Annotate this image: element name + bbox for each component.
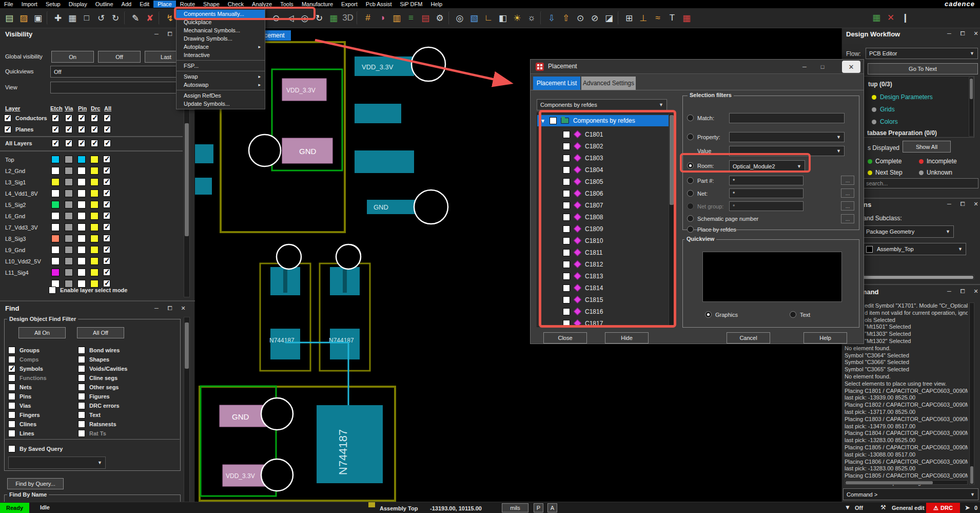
redraw-icon[interactable]: ↻ [312, 11, 326, 25]
sep[interactable] [159, 11, 161, 25]
component-checkbox[interactable] [563, 225, 570, 233]
menu-item[interactable]: SiP DFM [396, 1, 427, 8]
by-saved-query-checkbox[interactable] [8, 445, 15, 452]
show-all-button[interactable]: Show All [903, 141, 951, 153]
drc-color-swatch[interactable] [90, 156, 99, 163]
component-row[interactable]: C1813 [563, 270, 603, 282]
pad[interactable] [355, 104, 401, 123]
cancel-button[interactable]: Cancel [727, 332, 770, 344]
menu-item[interactable]: Export [337, 1, 362, 8]
cline-icon[interactable]: ≈ [651, 11, 664, 25]
via-color-swatch[interactable] [65, 189, 73, 197]
close-button[interactable]: Close [543, 332, 587, 344]
place-menu-item[interactable]: Update Symbols... [177, 100, 265, 108]
pin-color-swatch[interactable] [77, 167, 86, 175]
etch-color-swatch[interactable] [51, 156, 60, 163]
undo-icon[interactable]: ↺ [94, 11, 108, 25]
component-row[interactable]: C1810 [563, 235, 603, 246]
property-dropdown[interactable]: ▼ [729, 132, 845, 142]
component-checkbox[interactable] [563, 249, 570, 256]
drc-status-badge[interactable]: ⚠ DRC [926, 503, 960, 513]
find-by-query-button[interactable]: Find by Query... [7, 478, 64, 489]
pin-icon[interactable]: ✎ [129, 11, 142, 25]
part-radio[interactable] [687, 177, 694, 184]
pin-color-swatch[interactable] [77, 223, 86, 231]
pin-color-swatch[interactable] [77, 212, 86, 220]
pin-checkbox[interactable] [78, 115, 85, 122]
text-tool-icon[interactable]: T [665, 11, 679, 25]
filter-checkbox[interactable] [78, 365, 85, 372]
filter-checkbox[interactable] [8, 374, 15, 382]
via-checkbox[interactable] [65, 115, 72, 122]
minimize-icon[interactable]: ─ [945, 200, 954, 207]
via-color-swatch[interactable] [65, 223, 73, 231]
close-icon[interactable]: ✕ [971, 30, 980, 37]
close-icon[interactable]: ✕ [842, 61, 860, 73]
etch-color-swatch[interactable] [51, 212, 60, 220]
tab-advanced-settings[interactable]: Advanced Settings [581, 77, 636, 90]
color-dialog-icon[interactable]: ◑ [376, 11, 389, 25]
copy-view-icon[interactable]: ▥ [390, 11, 403, 25]
conductors-checkbox[interactable] [4, 115, 11, 122]
via-color-swatch[interactable] [65, 167, 73, 175]
planes-checkbox[interactable] [4, 126, 11, 133]
grid-toggle-icon[interactable]: # [361, 11, 375, 25]
tree-expand-icon[interactable]: ▼ [540, 118, 545, 124]
pin-color-swatch[interactable] [77, 269, 86, 276]
zoom-out-icon[interactable]: ⊖ [269, 11, 283, 25]
fanout-icon[interactable]: ⊥ [637, 11, 650, 25]
menu-item[interactable]: Tools [276, 1, 298, 8]
component-checkbox[interactable] [563, 178, 570, 185]
sep[interactable] [357, 11, 359, 25]
component-checkbox[interactable] [563, 190, 570, 197]
all-checkbox[interactable] [104, 140, 111, 147]
tree-root-row[interactable]: ▼ Components by refdes [537, 115, 675, 126]
sep[interactable] [618, 11, 620, 25]
place-menu-item[interactable]: Assign RefDes [177, 91, 265, 100]
save-design-icon[interactable]: ▣ [31, 11, 45, 25]
drc-color-swatch[interactable] [90, 167, 99, 175]
filter-checkbox[interactable] [8, 393, 15, 400]
part-input[interactable]: * [729, 176, 803, 185]
all-checkbox[interactable] [103, 235, 110, 242]
etch-checkbox[interactable] [52, 140, 59, 147]
filter-checkbox[interactable] [8, 421, 15, 428]
property-radio[interactable] [687, 134, 694, 140]
minimize-icon[interactable]: ─ [800, 63, 809, 70]
flow-dropdown[interactable]: PCB Editor ▼ [866, 48, 978, 59]
menu-item[interactable]: Check [224, 1, 248, 8]
place-menu-item[interactable]: FSP... [177, 62, 265, 70]
net-browse-button[interactable]: ... [841, 188, 854, 198]
filter-checkbox[interactable] [78, 356, 85, 363]
place-menu-item[interactable]: Autoswap ▸ [177, 81, 265, 89]
contrast-icon[interactable]: ◪ [602, 11, 616, 25]
zoom-previous-icon[interactable]: ◁ [284, 11, 297, 25]
etch-color-swatch[interactable] [51, 201, 60, 208]
component-row[interactable]: C1804 [563, 164, 603, 176]
filter-checkbox[interactable] [8, 356, 15, 363]
menu-item[interactable]: Route [176, 1, 199, 8]
message-icon[interactable]: ❙ [898, 10, 912, 25]
all-checkbox[interactable] [103, 223, 110, 231]
etch-checkbox[interactable] [52, 126, 59, 133]
menu-item[interactable]: Pcb Assist [362, 1, 396, 8]
match-radio[interactable] [687, 115, 694, 121]
workflow-tree-scrollbar[interactable] [969, 77, 974, 137]
all-checkbox[interactable] [103, 201, 110, 208]
place-menu-item[interactable]: Components Manually... [177, 10, 265, 18]
pin-color-swatch[interactable] [77, 246, 86, 254]
help-button[interactable]: Help [803, 332, 847, 344]
pin-color-swatch[interactable] [77, 257, 86, 265]
shadow-mode-icon[interactable]: ◧ [496, 11, 509, 25]
component-pad[interactable] [270, 329, 300, 359]
filter-checkbox[interactable] [78, 393, 85, 400]
component-checkbox[interactable] [563, 214, 570, 221]
via-color-swatch[interactable] [65, 156, 73, 163]
drc-color-swatch[interactable] [90, 201, 99, 208]
global-off-button[interactable]: Off [98, 51, 141, 63]
menu-item[interactable]: Analyze [248, 1, 276, 8]
via-color-swatch[interactable] [65, 235, 73, 242]
menu-item[interactable]: Shape [199, 1, 224, 8]
zoom-fit-icon[interactable]: ◎ [298, 11, 311, 25]
component-checkbox[interactable] [563, 284, 570, 292]
